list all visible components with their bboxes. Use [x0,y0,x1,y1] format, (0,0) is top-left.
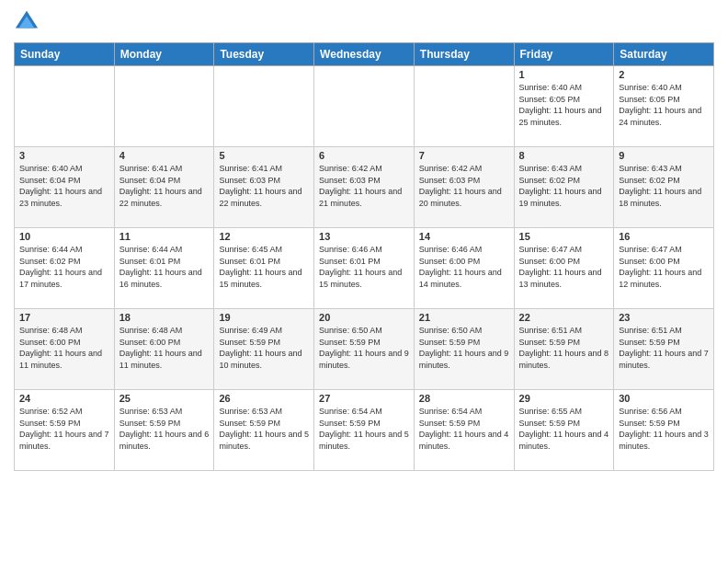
day-number: 27 [319,393,409,404]
calendar-cell: 2Sunrise: 6:40 AM Sunset: 6:05 PM Daylig… [614,66,714,147]
day-number: 20 [319,312,409,323]
calendar-cell: 25Sunrise: 6:53 AM Sunset: 5:59 PM Dayli… [114,390,214,471]
calendar-cell: 6Sunrise: 6:42 AM Sunset: 6:03 PM Daylig… [314,147,415,228]
calendar-cell: 10Sunrise: 6:44 AM Sunset: 6:02 PM Dayli… [15,228,115,309]
day-number: 9 [619,150,709,161]
calendar-cell: 28Sunrise: 6:54 AM Sunset: 5:59 PM Dayli… [414,390,514,471]
day-number: 22 [519,312,609,323]
calendar-cell: 11Sunrise: 6:44 AM Sunset: 6:01 PM Dayli… [114,228,214,309]
calendar-cell: 21Sunrise: 6:50 AM Sunset: 5:59 PM Dayli… [414,309,514,390]
calendar-cell: 13Sunrise: 6:46 AM Sunset: 6:01 PM Dayli… [314,228,415,309]
calendar-week-3: 17Sunrise: 6:48 AM Sunset: 6:00 PM Dayli… [15,309,714,390]
calendar-cell: 29Sunrise: 6:55 AM Sunset: 5:59 PM Dayli… [514,390,614,471]
calendar-week-0: 1Sunrise: 6:40 AM Sunset: 6:05 PM Daylig… [15,66,714,147]
day-number: 2 [619,69,709,80]
calendar-cell [15,66,115,147]
cell-text: Sunrise: 6:50 AM Sunset: 5:59 PM Dayligh… [319,325,409,371]
cell-text: Sunrise: 6:43 AM Sunset: 6:02 PM Dayligh… [519,163,609,209]
day-number: 11 [119,231,210,242]
calendar-header-monday: Monday [114,43,214,66]
day-number: 17 [19,312,109,323]
day-number: 7 [419,150,509,161]
day-number: 18 [119,312,210,323]
calendar-cell: 4Sunrise: 6:41 AM Sunset: 6:04 PM Daylig… [114,147,214,228]
cell-text: Sunrise: 6:40 AM Sunset: 6:04 PM Dayligh… [19,163,109,209]
calendar-cell: 5Sunrise: 6:41 AM Sunset: 6:03 PM Daylig… [214,147,314,228]
calendar-header-sunday: Sunday [15,43,115,66]
cell-text: Sunrise: 6:47 AM Sunset: 6:00 PM Dayligh… [519,244,609,290]
day-number: 5 [219,150,309,161]
cell-text: Sunrise: 6:40 AM Sunset: 6:05 PM Dayligh… [619,82,709,128]
day-number: 25 [119,393,210,404]
day-number: 3 [19,150,109,161]
cell-text: Sunrise: 6:43 AM Sunset: 6:02 PM Dayligh… [619,163,709,209]
day-number: 10 [19,231,109,242]
page: SundayMondayTuesdayWednesdayThursdayFrid… [0,0,728,563]
calendar-cell: 15Sunrise: 6:47 AM Sunset: 6:00 PM Dayli… [514,228,614,309]
calendar-week-2: 10Sunrise: 6:44 AM Sunset: 6:02 PM Dayli… [15,228,714,309]
calendar-header-thursday: Thursday [414,43,514,66]
day-number: 6 [319,150,409,161]
calendar-cell: 12Sunrise: 6:45 AM Sunset: 6:01 PM Dayli… [214,228,314,309]
calendar-cell: 26Sunrise: 6:53 AM Sunset: 5:59 PM Dayli… [214,390,314,471]
day-number: 8 [519,150,609,161]
day-number: 29 [519,393,609,404]
cell-text: Sunrise: 6:45 AM Sunset: 6:01 PM Dayligh… [219,244,309,290]
cell-text: Sunrise: 6:41 AM Sunset: 6:03 PM Dayligh… [219,163,309,209]
day-number: 24 [19,393,109,404]
cell-text: Sunrise: 6:44 AM Sunset: 6:02 PM Dayligh… [19,244,109,290]
cell-text: Sunrise: 6:53 AM Sunset: 5:59 PM Dayligh… [119,406,210,452]
calendar-cell: 14Sunrise: 6:46 AM Sunset: 6:00 PM Dayli… [414,228,514,309]
logo-icon [14,9,40,35]
day-number: 13 [319,231,409,242]
calendar-cell: 27Sunrise: 6:54 AM Sunset: 5:59 PM Dayli… [314,390,415,471]
cell-text: Sunrise: 6:54 AM Sunset: 5:59 PM Dayligh… [319,406,409,452]
day-number: 23 [619,312,709,323]
cell-text: Sunrise: 6:46 AM Sunset: 6:00 PM Dayligh… [419,244,509,290]
calendar-cell: 16Sunrise: 6:47 AM Sunset: 6:00 PM Dayli… [614,228,714,309]
day-number: 12 [219,231,309,242]
day-number: 30 [619,393,709,404]
cell-text: Sunrise: 6:53 AM Sunset: 5:59 PM Dayligh… [219,406,309,452]
calendar-cell: 30Sunrise: 6:56 AM Sunset: 5:59 PM Dayli… [614,390,714,471]
cell-text: Sunrise: 6:40 AM Sunset: 6:05 PM Dayligh… [519,82,609,128]
calendar-cell [114,66,214,147]
day-number: 26 [219,393,309,404]
calendar-cell: 23Sunrise: 6:51 AM Sunset: 5:59 PM Dayli… [614,309,714,390]
cell-text: Sunrise: 6:49 AM Sunset: 5:59 PM Dayligh… [219,325,309,371]
calendar-week-4: 24Sunrise: 6:52 AM Sunset: 5:59 PM Dayli… [15,390,714,471]
cell-text: Sunrise: 6:51 AM Sunset: 5:59 PM Dayligh… [619,325,709,371]
calendar-cell [314,66,415,147]
cell-text: Sunrise: 6:46 AM Sunset: 6:01 PM Dayligh… [319,244,409,290]
calendar-header-wednesday: Wednesday [314,43,415,66]
day-number: 1 [519,69,609,80]
calendar-header-saturday: Saturday [614,43,714,66]
logo [14,9,43,35]
cell-text: Sunrise: 6:44 AM Sunset: 6:01 PM Dayligh… [119,244,210,290]
calendar-header-tuesday: Tuesday [214,43,314,66]
calendar-cell: 18Sunrise: 6:48 AM Sunset: 6:00 PM Dayli… [114,309,214,390]
cell-text: Sunrise: 6:56 AM Sunset: 5:59 PM Dayligh… [619,406,709,452]
day-number: 21 [419,312,509,323]
cell-text: Sunrise: 6:48 AM Sunset: 6:00 PM Dayligh… [19,325,109,371]
calendar-cell [214,66,314,147]
calendar: SundayMondayTuesdayWednesdayThursdayFrid… [14,42,714,471]
day-number: 28 [419,393,509,404]
calendar-cell: 19Sunrise: 6:49 AM Sunset: 5:59 PM Dayli… [214,309,314,390]
cell-text: Sunrise: 6:55 AM Sunset: 5:59 PM Dayligh… [519,406,609,452]
header [14,9,714,35]
calendar-week-1: 3Sunrise: 6:40 AM Sunset: 6:04 PM Daylig… [15,147,714,228]
calendar-cell [414,66,514,147]
cell-text: Sunrise: 6:48 AM Sunset: 6:00 PM Dayligh… [119,325,210,371]
day-number: 15 [519,231,609,242]
calendar-header-row: SundayMondayTuesdayWednesdayThursdayFrid… [15,43,714,66]
calendar-cell: 9Sunrise: 6:43 AM Sunset: 6:02 PM Daylig… [614,147,714,228]
calendar-cell: 24Sunrise: 6:52 AM Sunset: 5:59 PM Dayli… [15,390,115,471]
day-number: 4 [119,150,210,161]
calendar-cell: 3Sunrise: 6:40 AM Sunset: 6:04 PM Daylig… [15,147,115,228]
cell-text: Sunrise: 6:54 AM Sunset: 5:59 PM Dayligh… [419,406,509,452]
cell-text: Sunrise: 6:42 AM Sunset: 6:03 PM Dayligh… [419,163,509,209]
cell-text: Sunrise: 6:50 AM Sunset: 5:59 PM Dayligh… [419,325,509,371]
cell-text: Sunrise: 6:47 AM Sunset: 6:00 PM Dayligh… [619,244,709,290]
day-number: 19 [219,312,309,323]
